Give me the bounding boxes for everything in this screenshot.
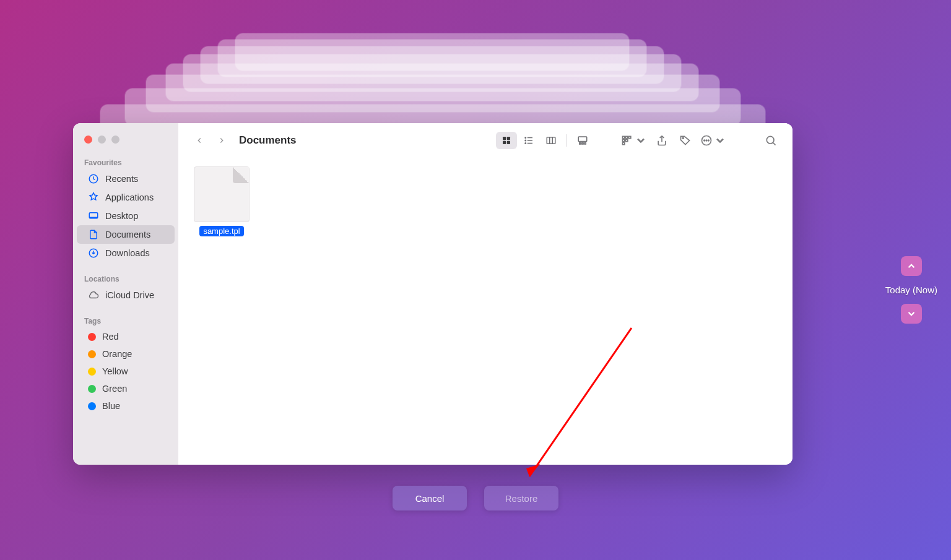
view-mode-group <box>496 132 593 149</box>
svg-point-21 <box>682 137 684 139</box>
separator <box>567 134 567 147</box>
favourites-section-label: Favourites <box>73 155 178 170</box>
sidebar-item-label: Documents <box>105 230 150 239</box>
sidebar-tag-blue[interactable]: Blue <box>77 397 175 415</box>
svg-point-9 <box>525 143 526 144</box>
svg-point-23 <box>704 140 705 141</box>
sidebar-item-applications[interactable]: Applications <box>77 188 175 207</box>
nav-forward-button[interactable] <box>213 132 230 149</box>
tag-dot-icon <box>88 333 96 341</box>
tags-section-label: Tags <box>73 313 178 328</box>
svg-rect-18 <box>626 136 628 138</box>
svg-rect-20 <box>629 136 631 138</box>
sidebar-item-label: Desktop <box>105 211 138 221</box>
tag-dot-icon <box>88 350 96 358</box>
svg-rect-13 <box>582 143 583 144</box>
minimize-button[interactable] <box>98 136 106 144</box>
file-name-label: sample.tpl <box>199 226 243 236</box>
downloads-icon <box>88 248 99 259</box>
timeline-up-button[interactable] <box>901 256 922 276</box>
svg-rect-10 <box>547 137 555 144</box>
window-controls <box>73 132 178 155</box>
svg-rect-19 <box>626 139 628 141</box>
finder-title: Documents <box>239 134 297 147</box>
svg-rect-11 <box>578 137 587 142</box>
main-content: Documents <box>178 123 792 465</box>
document-icon <box>88 229 99 240</box>
timeline-down-button[interactable] <box>901 304 922 324</box>
view-list-button[interactable] <box>518 132 539 149</box>
sidebar-item-label: Recents <box>105 174 138 184</box>
sidebar-tag-yellow[interactable]: Yellow <box>77 363 175 380</box>
svg-marker-28 <box>526 464 540 476</box>
view-columns-button[interactable] <box>541 132 562 149</box>
sidebar-item-label: Yellow <box>102 366 128 376</box>
sidebar-item-label: Red <box>102 332 119 342</box>
group-by-button[interactable] <box>620 132 648 149</box>
timeline-label: Today (Now) <box>885 285 937 295</box>
view-icons-button[interactable] <box>496 132 517 149</box>
locations-section-label: Locations <box>73 271 178 286</box>
close-button[interactable] <box>84 136 92 144</box>
clock-icon <box>88 173 99 184</box>
finder-window: Favourites Recents Applications Desktop … <box>73 123 792 465</box>
sidebar-item-icloud-drive[interactable]: iCloud Drive <box>77 286 175 304</box>
maximize-button[interactable] <box>111 136 119 144</box>
svg-rect-12 <box>580 143 581 144</box>
svg-rect-14 <box>584 143 586 144</box>
svg-rect-17 <box>623 142 625 144</box>
desktop-icon <box>88 210 99 222</box>
sidebar-item-label: Blue <box>102 401 120 411</box>
bottom-action-bar: Cancel Restore <box>0 486 951 510</box>
sidebar-item-label: iCloud Drive <box>105 290 154 300</box>
sidebar-item-label: Orange <box>102 349 132 359</box>
sidebar-item-label: Applications <box>105 192 154 202</box>
svg-rect-16 <box>623 139 625 141</box>
svg-point-24 <box>706 140 707 141</box>
file-grid[interactable]: sample.tpl <box>178 158 792 465</box>
svg-rect-3 <box>503 137 506 140</box>
restore-button[interactable]: Restore <box>484 486 558 510</box>
sidebar-tag-orange[interactable]: Orange <box>77 345 175 363</box>
svg-rect-4 <box>507 137 510 140</box>
view-gallery-button[interactable] <box>572 132 593 149</box>
tag-dot-icon <box>88 402 96 410</box>
more-actions-button[interactable] <box>700 132 727 149</box>
applications-icon <box>88 192 99 203</box>
search-button[interactable] <box>762 132 780 149</box>
timeline-controls: Today (Now) <box>885 256 937 324</box>
file-icon <box>194 166 250 222</box>
sidebar-item-downloads[interactable]: Downloads <box>77 244 175 262</box>
sidebar-item-desktop[interactable]: Desktop <box>77 207 175 225</box>
svg-point-8 <box>525 140 526 141</box>
toolbar: Documents <box>178 123 792 158</box>
sidebar-item-recents[interactable]: Recents <box>77 170 175 188</box>
svg-rect-6 <box>507 141 510 144</box>
tag-dot-icon <box>88 385 96 393</box>
sidebar-tag-red[interactable]: Red <box>77 328 175 345</box>
nav-back-button[interactable] <box>191 132 208 149</box>
svg-point-7 <box>525 137 526 139</box>
share-button[interactable] <box>653 132 671 149</box>
sidebar-item-label: Green <box>102 384 127 394</box>
sidebar: Favourites Recents Applications Desktop … <box>73 123 178 465</box>
svg-point-25 <box>708 140 710 141</box>
sidebar-tag-green[interactable]: Green <box>77 380 175 397</box>
tags-button[interactable] <box>676 132 695 149</box>
sidebar-item-label: Downloads <box>105 248 150 258</box>
sidebar-item-documents[interactable]: Documents <box>77 225 175 244</box>
cancel-button[interactable]: Cancel <box>393 486 467 510</box>
svg-rect-15 <box>623 136 625 138</box>
file-item[interactable]: sample.tpl <box>191 166 253 236</box>
svg-point-26 <box>766 136 774 144</box>
svg-rect-5 <box>503 141 506 144</box>
tag-dot-icon <box>88 368 96 376</box>
cloud-icon <box>88 290 99 301</box>
